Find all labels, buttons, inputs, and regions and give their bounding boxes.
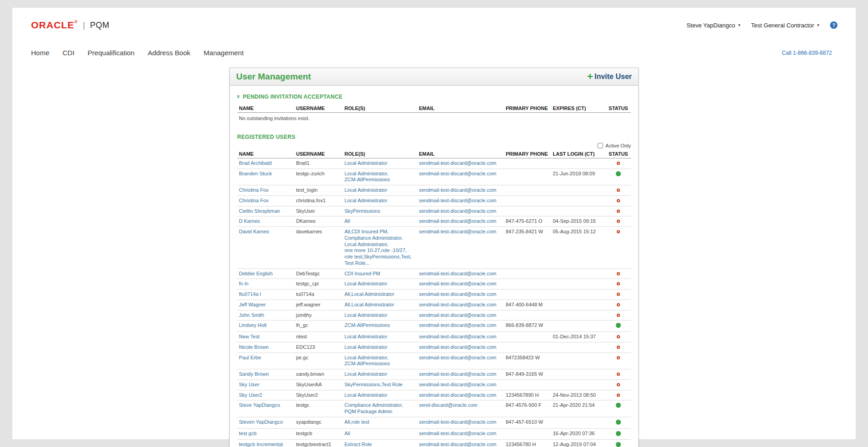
nav-item-management[interactable]: Management bbox=[204, 49, 244, 57]
user-name[interactable]: testgcb Incremental Extr bbox=[237, 440, 294, 447]
user-username: tu0714a bbox=[294, 289, 343, 300]
user-name[interactable]: Paul Erbe bbox=[237, 352, 294, 369]
user-email[interactable]: sendmail-test-discard@oracle.com bbox=[417, 268, 504, 279]
user-email[interactable]: sendmail-test-discard@oracle.com bbox=[417, 332, 504, 342]
active-only-checkbox[interactable] bbox=[598, 143, 603, 148]
user-username: jeff.wagner bbox=[294, 300, 343, 310]
column-header-expires: EXPIRES (CT) bbox=[551, 104, 606, 113]
pending-invitations-section-toggle[interactable]: » PENDING INVITATION ACCEPTANCE bbox=[237, 93, 631, 100]
user-email[interactable]: sendmail-test-discard@oracle.com bbox=[417, 158, 504, 168]
user-email[interactable]: sendmail-test-discard@oracle.com bbox=[417, 379, 504, 390]
invite-user-button[interactable]: + Invite User bbox=[587, 73, 632, 81]
user-name[interactable]: David Karnes bbox=[237, 227, 294, 269]
status-icon bbox=[617, 220, 620, 223]
user-last-login: 04-Sep-2015 09:15 bbox=[551, 216, 606, 227]
call-phone-link[interactable]: Call 1-866-839-8872 bbox=[782, 50, 832, 56]
user-last-login bbox=[551, 195, 606, 206]
user-name[interactable]: Sandy Brown bbox=[237, 369, 294, 380]
user-name[interactable]: Steve YapDiangco bbox=[237, 400, 294, 417]
user-name[interactable]: Sky User2 bbox=[237, 390, 294, 400]
user-phone: 123456780 H bbox=[504, 440, 551, 447]
user-email[interactable]: sendmail-test-discard@oracle.com bbox=[417, 369, 504, 380]
user-roles: Local Administrator bbox=[343, 195, 417, 206]
user-name[interactable]: Christina Fox bbox=[237, 195, 294, 206]
pending-empty-row: No outstanding invitations exist. bbox=[237, 113, 631, 126]
user-name[interactable]: Branden Stuck bbox=[237, 168, 294, 185]
user-email[interactable]: sendmail-test-discard@oracle.com bbox=[417, 227, 504, 269]
user-email[interactable]: sendmail-test-discard@oracle.com bbox=[417, 342, 504, 352]
status-icon bbox=[617, 394, 620, 397]
user-email[interactable]: sendmail-test-discard@oracle.com bbox=[417, 216, 504, 227]
user-name[interactable]: Jeff Wagner bbox=[237, 300, 294, 310]
table-row: Steve YapDiangco testgc Compliance Admin… bbox=[237, 400, 631, 417]
user-name[interactable]: Cielito Shraybman bbox=[237, 206, 294, 216]
help-icon[interactable]: ? bbox=[830, 21, 837, 29]
nav-item-address-book[interactable]: Address Book bbox=[148, 49, 190, 57]
table-row: test gcb testgcb All sendmail-test-disca… bbox=[237, 428, 631, 440]
user-status-cell bbox=[606, 390, 631, 400]
user-username: ntest bbox=[294, 332, 343, 342]
user-status-cell bbox=[606, 206, 631, 216]
user-email[interactable]: sendmail-test-discard@oracle.com bbox=[417, 279, 504, 289]
nav-item-prequalification[interactable]: Prequalification bbox=[88, 49, 135, 57]
user-name[interactable]: Brad Archibald bbox=[237, 158, 294, 168]
pending-invitations-table: NAME USERNAME ROLE(S) EMAIL PRIMARY PHON… bbox=[237, 104, 631, 126]
user-menu[interactable]: Steve YapDiangco ▼ bbox=[687, 22, 741, 29]
user-email[interactable]: sendmail-test-discard@oracle.com bbox=[417, 321, 504, 332]
user-email[interactable]: sendmail-test-discard@oracle.com bbox=[417, 428, 504, 440]
user-username: SkyUser2 bbox=[294, 390, 343, 400]
active-only-label: Active Only bbox=[605, 143, 631, 148]
user-name[interactable]: Debbie English bbox=[237, 268, 294, 279]
table-row: John Smith jsmithy Local Administrator s… bbox=[237, 310, 631, 321]
user-email[interactable]: sendmail-test-discard@oracle.com bbox=[417, 352, 504, 369]
user-name[interactable]: Lindsey Holt bbox=[237, 321, 294, 332]
user-last-login: 16-Apr-2020 07:36 bbox=[551, 428, 606, 440]
nav-item-home[interactable]: Home bbox=[31, 49, 49, 57]
user-email[interactable]: sendmail-test-discard@oracle.com bbox=[417, 440, 504, 447]
user-roles: SkyPermissions,Test Role bbox=[343, 379, 417, 390]
user-name[interactable]: D Karnes bbox=[237, 216, 294, 227]
user-name[interactable]: Christina Fox bbox=[237, 185, 294, 196]
status-icon bbox=[617, 335, 620, 338]
user-email[interactable]: sendmail-test-discard@oracle.com bbox=[417, 300, 504, 310]
user-name[interactable]: Nicole Brown bbox=[237, 342, 294, 352]
status-icon bbox=[617, 210, 620, 213]
user-email[interactable]: sendmail-test-discard@oracle.com bbox=[417, 417, 504, 428]
user-name[interactable]: New Test bbox=[237, 332, 294, 342]
user-name[interactable]: ftu0714a l bbox=[237, 289, 294, 300]
user-name[interactable]: John Smith bbox=[237, 310, 294, 321]
column-header-status: STATUS bbox=[606, 104, 631, 113]
user-name[interactable]: Steven YapDiangco bbox=[237, 417, 294, 428]
panel-header: User Management + Invite User bbox=[230, 68, 638, 86]
table-row: ftu0714a l tu0714a All,Local Administrat… bbox=[237, 289, 631, 300]
user-username: testgc-zurich bbox=[294, 168, 343, 185]
user-status-cell bbox=[606, 300, 631, 310]
nav-item-cdi[interactable]: CDI bbox=[63, 49, 74, 57]
app-name: PQM bbox=[90, 21, 110, 30]
user-status-cell bbox=[606, 352, 631, 369]
user-roles: All,Local Administrator bbox=[343, 289, 417, 300]
registered-users-title: REGISTERED USERS bbox=[237, 134, 631, 140]
user-roles: Local Administrator bbox=[343, 342, 417, 352]
user-username: lh_gc bbox=[294, 321, 343, 332]
user-email[interactable]: sendmail-test-discard@oracle.com bbox=[417, 390, 504, 400]
account-menu[interactable]: Test General Contractor ▼ bbox=[751, 22, 820, 29]
status-icon bbox=[616, 420, 621, 425]
user-email[interactable]: sendmail-test-discard@oracle.com bbox=[417, 310, 504, 321]
user-name[interactable]: fn ln bbox=[237, 279, 294, 289]
column-header-status: STATUS bbox=[606, 149, 631, 158]
page: ORACLE® | PQM Steve YapDiangco ▼ Test Ge… bbox=[12, 8, 856, 439]
user-email[interactable]: send-discard@oracle.com bbox=[417, 400, 504, 417]
user-roles: All,role test bbox=[343, 417, 417, 428]
user-email[interactable]: sendmail-test-discard@oracle.com bbox=[417, 168, 504, 185]
user-email[interactable]: sendmail-test-discard@oracle.com bbox=[417, 206, 504, 216]
user-roles: All bbox=[343, 216, 417, 227]
user-name[interactable]: Sky User bbox=[237, 379, 294, 390]
user-menu-label: Steve YapDiangco bbox=[687, 22, 735, 29]
user-name[interactable]: test gcb bbox=[237, 428, 294, 440]
pending-invitations-title: PENDING INVITATION ACCEPTANCE bbox=[243, 94, 343, 100]
user-email[interactable]: sendmail-test-discard@oracle.com bbox=[417, 185, 504, 196]
pending-table-header-row: NAME USERNAME ROLE(S) EMAIL PRIMARY PHON… bbox=[237, 104, 631, 113]
user-email[interactable]: sendmail-test-discard@oracle.com bbox=[417, 289, 504, 300]
user-email[interactable]: sendmail-test-discard@oracle.com bbox=[417, 195, 504, 206]
